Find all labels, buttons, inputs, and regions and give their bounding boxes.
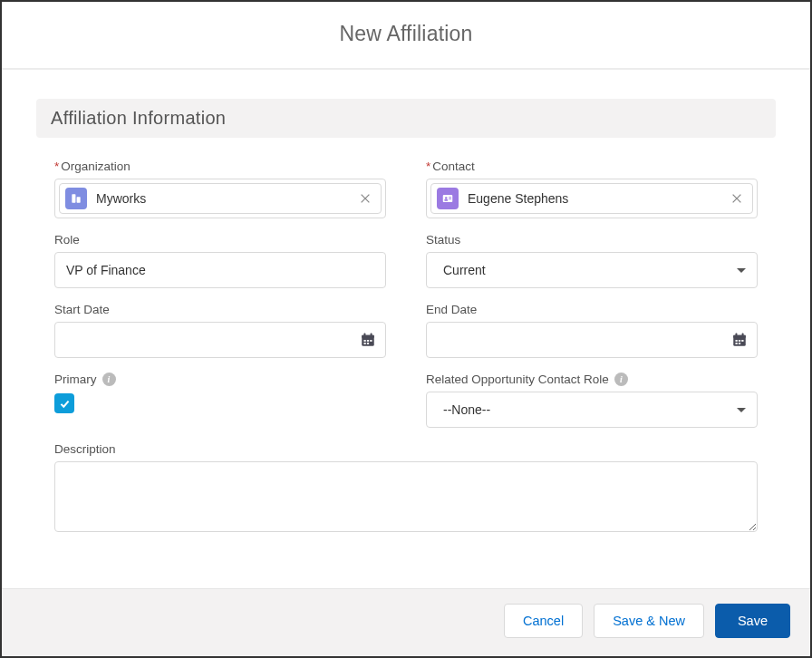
svg-rect-6	[449, 198, 451, 199]
related-opp-role-label: Related Opportunity Contact Role i	[426, 373, 758, 386]
end-date-input[interactable]	[438, 323, 731, 357]
svg-point-3	[445, 197, 448, 199]
modal-title: New Affiliation	[2, 22, 810, 46]
primary-checkbox[interactable]	[54, 393, 74, 413]
end-date-input-wrap[interactable]	[426, 322, 758, 358]
status-label: Status	[426, 233, 758, 247]
field-primary: Primary i	[54, 373, 386, 428]
svg-rect-8	[362, 335, 374, 338]
contact-pill: Eugene Stephens	[430, 183, 753, 214]
field-start-date: Start Date	[54, 303, 386, 358]
section-header: Affiliation Information	[36, 99, 776, 138]
svg-rect-11	[364, 340, 366, 342]
organization-pill: Myworks	[59, 183, 382, 214]
field-related-opp-role: Related Opportunity Contact Role i --Non…	[426, 373, 758, 428]
svg-rect-0	[72, 194, 75, 202]
svg-rect-9	[364, 334, 366, 337]
organization-value: Myworks	[96, 191, 348, 206]
contact-value: Eugene Stephens	[468, 191, 720, 206]
svg-rect-22	[741, 340, 743, 342]
help-icon[interactable]: i	[614, 373, 628, 386]
svg-rect-4	[444, 199, 448, 201]
contact-clear-icon[interactable]	[729, 190, 745, 207]
svg-rect-24	[739, 343, 740, 344]
organization-lookup[interactable]: Myworks	[54, 179, 386, 218]
contact-lookup[interactable]: Eugene Stephens	[426, 179, 758, 218]
field-contact: *Contact Eugene Stephens	[426, 160, 758, 218]
start-date-label: Start Date	[54, 303, 386, 316]
svg-rect-18	[736, 334, 738, 337]
svg-rect-12	[367, 340, 369, 342]
field-status: Status Current	[426, 233, 758, 288]
svg-rect-17	[733, 335, 746, 338]
organization-clear-icon[interactable]	[357, 190, 373, 207]
svg-rect-1	[77, 197, 81, 202]
required-asterisk: *	[54, 160, 59, 173]
required-asterisk: *	[426, 160, 430, 173]
help-icon[interactable]: i	[102, 373, 116, 386]
description-label: Description	[54, 442, 758, 456]
svg-rect-15	[367, 343, 369, 344]
related-opp-role-value: --None--	[443, 402, 490, 417]
start-date-input-wrap[interactable]	[54, 322, 386, 358]
svg-rect-10	[371, 334, 372, 337]
role-label: Role	[54, 233, 386, 247]
cancel-button[interactable]: Cancel	[504, 604, 583, 638]
primary-label: Primary i	[54, 373, 386, 386]
contact-label: *Contact	[426, 160, 758, 173]
chevron-down-icon	[737, 268, 746, 273]
save-and-new-button[interactable]: Save & New	[594, 604, 704, 638]
svg-rect-20	[736, 340, 738, 342]
save-button[interactable]: Save	[715, 604, 790, 638]
svg-rect-21	[739, 340, 740, 342]
start-date-input[interactable]	[66, 323, 360, 357]
modal-footer: Cancel Save & New Save	[2, 588, 810, 656]
end-date-label: End Date	[426, 303, 758, 316]
status-value: Current	[443, 263, 486, 277]
section-title: Affiliation Information	[51, 108, 761, 129]
organization-label: *Organization	[54, 160, 386, 173]
description-textarea[interactable]	[54, 461, 758, 532]
svg-rect-19	[742, 334, 744, 337]
role-input[interactable]	[54, 252, 386, 288]
calendar-icon[interactable]	[360, 332, 376, 348]
status-select[interactable]: Current	[426, 252, 758, 288]
field-description: Description	[54, 442, 758, 532]
related-opp-role-select[interactable]: --None--	[426, 392, 758, 428]
svg-rect-23	[736, 343, 738, 344]
contact-icon	[437, 188, 459, 209]
calendar-icon[interactable]	[731, 332, 748, 348]
form-grid: *Organization Myworks *Contact	[36, 160, 776, 532]
svg-rect-13	[370, 340, 372, 342]
modal-body: Affiliation Information *Organization My…	[2, 70, 810, 550]
modal-header: New Affiliation	[2, 2, 810, 70]
field-organization: *Organization Myworks	[54, 160, 386, 218]
chevron-down-icon	[737, 408, 746, 412]
field-role: Role	[54, 233, 386, 288]
svg-rect-14	[364, 343, 366, 344]
field-end-date: End Date	[426, 303, 758, 358]
svg-rect-5	[449, 197, 451, 198]
account-icon	[65, 188, 87, 209]
